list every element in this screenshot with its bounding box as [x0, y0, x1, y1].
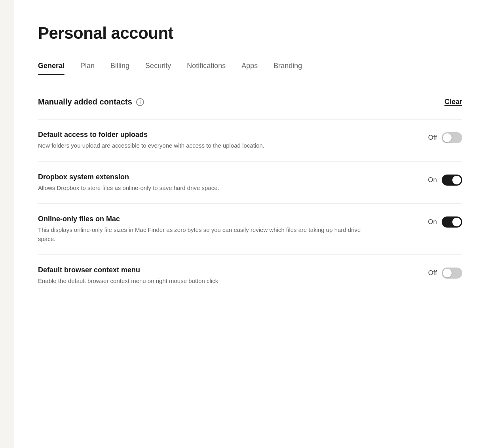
setting-description-folder-uploads: New folders you upload are accessible to… — [38, 141, 363, 150]
tabs-nav: General Plan Billing Security Notificati… — [38, 57, 462, 75]
toggle-label-system-extension: On — [426, 176, 437, 184]
page-container: Personal account General Plan Billing Se… — [14, 0, 486, 448]
toggle-wrapper-folder-uploads: Off — [426, 131, 462, 143]
toggle-label-folder-uploads: Off — [426, 134, 437, 142]
toggle-switch-folder-uploads[interactable] — [442, 132, 462, 143]
tab-security[interactable]: Security — [145, 57, 171, 75]
setting-title-browser-context-menu: Default browser context menu — [38, 266, 410, 274]
setting-title-online-only-files: Online-only files on Mac — [38, 215, 410, 223]
setting-title-system-extension: Dropbox system extension — [38, 173, 410, 181]
tab-branding[interactable]: Branding — [273, 57, 302, 75]
toggle-label-browser-context-menu: Off — [426, 269, 437, 277]
setting-row-system-extension: Dropbox system extension Allows Dropbox … — [38, 161, 462, 204]
contacts-section: Manually added contacts i Clear — [38, 94, 462, 119]
settings-container: Default access to folder uploads New fol… — [38, 119, 462, 297]
tab-apps[interactable]: Apps — [241, 57, 258, 75]
tab-plan[interactable]: Plan — [80, 57, 95, 75]
setting-row-online-only-files: Online-only files on Mac This displays o… — [38, 203, 462, 254]
toggle-switch-browser-context-menu[interactable] — [442, 268, 462, 279]
contacts-left: Manually added contacts i — [38, 97, 144, 106]
toggle-switch-system-extension[interactable] — [442, 175, 462, 186]
setting-row-browser-context-menu: Default browser context menu Enable the … — [38, 254, 462, 297]
info-icon[interactable]: i — [136, 98, 144, 106]
toggle-wrapper-browser-context-menu: Off — [426, 266, 462, 279]
toggle-switch-online-only-files[interactable] — [442, 216, 462, 228]
toggle-wrapper-system-extension: On — [426, 173, 462, 186]
toggle-thumb-online-only-files — [452, 218, 461, 226]
tab-notifications[interactable]: Notifications — [187, 57, 226, 75]
setting-content-browser-context-menu: Default browser context menu Enable the … — [38, 266, 426, 286]
setting-content-system-extension: Dropbox system extension Allows Dropbox … — [38, 173, 426, 193]
setting-description-system-extension: Allows Dropbox to store files as online-… — [38, 184, 363, 193]
tab-general[interactable]: General — [38, 57, 65, 75]
setting-title-folder-uploads: Default access to folder uploads — [38, 131, 410, 139]
toggle-thumb-browser-context-menu — [443, 269, 452, 277]
toggle-label-online-only-files: On — [426, 218, 437, 226]
setting-description-browser-context-menu: Enable the default browser context menu … — [38, 277, 363, 286]
clear-button[interactable]: Clear — [444, 98, 462, 106]
toggle-thumb-folder-uploads — [443, 133, 452, 142]
tab-billing[interactable]: Billing — [110, 57, 129, 75]
toggle-wrapper-online-only-files: On — [426, 215, 462, 228]
contacts-label: Manually added contacts — [38, 97, 132, 106]
setting-description-online-only-files: This displays online-only file sizes in … — [38, 226, 363, 243]
setting-row-folder-uploads: Default access to folder uploads New fol… — [38, 119, 462, 161]
page-title: Personal account — [38, 24, 462, 43]
setting-content-folder-uploads: Default access to folder uploads New fol… — [38, 131, 426, 150]
setting-content-online-only-files: Online-only files on Mac This displays o… — [38, 215, 426, 243]
toggle-thumb-system-extension — [452, 176, 461, 184]
